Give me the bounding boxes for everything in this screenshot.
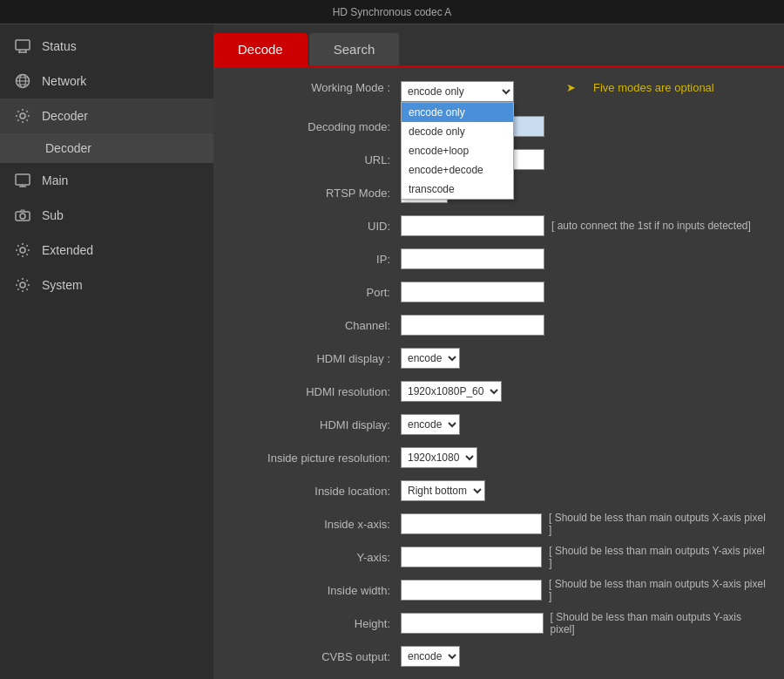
option-encode-only[interactable]: encode only bbox=[402, 103, 513, 122]
tab-bar: Decode Search bbox=[213, 24, 784, 68]
sidebar-item-system[interactable]: System bbox=[0, 268, 213, 302]
hdmi-display2-select[interactable]: encode decode bbox=[401, 414, 460, 435]
sidebar: Status Network Decoder Decoder Main bbox=[0, 24, 213, 679]
sidebar-item-extended[interactable]: Extended bbox=[0, 233, 213, 268]
working-mode-row: Working Mode : encode only decode only e… bbox=[231, 81, 767, 105]
height-row: Height: [ Should be less than main outpu… bbox=[231, 611, 767, 635]
rtsp-mode-label: RTSP Mode: bbox=[231, 187, 401, 200]
hdmi-resolution-row: HDMI resolution: 1920x1080P_60 1920x1080… bbox=[231, 379, 767, 404]
inside-width-hint: [ Should be less than main outputs X-axi… bbox=[549, 578, 767, 602]
title-bar: HD Synchronous codec A bbox=[0, 0, 784, 24]
sidebar-item-sub[interactable]: Sub bbox=[0, 198, 213, 233]
yaxis-row: Y-axis: [ Should be less than main outpu… bbox=[231, 545, 767, 569]
channel-label: Channel: bbox=[231, 319, 401, 332]
working-mode-note: ➤ bbox=[566, 81, 576, 94]
gear-icon bbox=[14, 107, 31, 125]
yaxis-input[interactable] bbox=[401, 547, 542, 567]
inside-xaxis-input[interactable] bbox=[401, 513, 542, 534]
hdmi-display1-label: HDMI display : bbox=[231, 352, 401, 365]
hdmi-resolution-select[interactable]: 1920x1080P_60 1920x1080P_30 1280x720P_60 bbox=[401, 381, 502, 402]
tab-search[interactable]: Search bbox=[309, 33, 400, 65]
sidebar-item-decoder[interactable]: Decoder bbox=[0, 98, 213, 133]
svg-rect-10 bbox=[16, 174, 30, 185]
extended-icon bbox=[14, 241, 31, 259]
inside-width-label: Inside width: bbox=[231, 584, 401, 597]
working-mode-dropdown-container: encode only decode only encode+loop enco… bbox=[401, 81, 514, 102]
port-row: Port: bbox=[231, 280, 767, 304]
hdmi-display2-label: HDMI display: bbox=[231, 418, 401, 431]
content-area: Decode Search Working Mode : encode only… bbox=[213, 24, 784, 679]
working-mode-dropdown: encode only decode only encode+loop enco… bbox=[401, 102, 514, 200]
sidebar-item-main[interactable]: Main bbox=[0, 163, 213, 198]
option-encode-decode[interactable]: encode+decode bbox=[402, 160, 513, 180]
inside-picture-resolution-label: Inside picture resolution: bbox=[231, 452, 401, 465]
port-label: Port: bbox=[231, 286, 401, 299]
yaxis-label: Y-axis: bbox=[231, 551, 401, 564]
option-encode-loop[interactable]: encode+loop bbox=[402, 141, 513, 160]
uid-row: UID: [ auto connect the 1st if no inputs… bbox=[231, 214, 767, 238]
inside-xaxis-label: Inside x-axis: bbox=[231, 518, 401, 531]
svg-point-15 bbox=[20, 248, 25, 253]
working-mode-select[interactable]: encode only decode only encode+loop enco… bbox=[401, 81, 514, 102]
height-label: Height: bbox=[231, 617, 401, 630]
decoding-mode-label: Decoding mode: bbox=[231, 120, 401, 133]
sidebar-decoder-sub-label: Decoder bbox=[45, 141, 91, 155]
uid-hint: [ auto connect the 1st if no inputs dete… bbox=[551, 220, 751, 232]
tv-icon bbox=[14, 172, 31, 189]
inside-width-input[interactable] bbox=[401, 580, 542, 601]
hdmi-display1-row: HDMI display : encode decode bbox=[231, 346, 767, 370]
cvbs-output-select[interactable]: encode decode bbox=[401, 646, 460, 667]
svg-point-16 bbox=[20, 282, 25, 288]
sidebar-item-decoder-sub[interactable]: Decoder bbox=[0, 133, 213, 163]
form-area: Working Mode : encode only decode only e… bbox=[213, 68, 784, 679]
option-transcode[interactable]: transcode bbox=[402, 180, 513, 199]
sidebar-main-label: Main bbox=[42, 173, 68, 187]
inside-picture-resolution-row: Inside picture resolution: 1920x1080 128… bbox=[231, 445, 767, 470]
working-mode-note-text: Five modes are optional bbox=[593, 81, 714, 94]
sidebar-item-network[interactable]: Network bbox=[0, 64, 213, 98]
camera-icon bbox=[14, 207, 31, 224]
uid-label: UID: bbox=[231, 220, 401, 233]
sidebar-extended-label: Extended bbox=[42, 243, 93, 257]
inside-location-row: Inside location: Right bottom Left top R… bbox=[231, 479, 767, 503]
network-icon bbox=[14, 72, 31, 90]
inside-location-label: Inside location: bbox=[231, 485, 401, 498]
height-input[interactable] bbox=[401, 613, 544, 634]
sidebar-network-label: Network bbox=[42, 74, 86, 88]
svg-point-14 bbox=[20, 214, 25, 219]
ip-label: IP: bbox=[231, 253, 401, 266]
inside-xaxis-hint: [ Should be less than main outputs X-axi… bbox=[549, 512, 767, 536]
option-decode-only[interactable]: decode only bbox=[402, 122, 513, 141]
working-mode-label: Working Mode : bbox=[231, 81, 401, 94]
inside-xaxis-row: Inside x-axis: [ Should be less than mai… bbox=[231, 512, 767, 536]
inside-picture-resolution-select[interactable]: 1920x1080 1280x720 bbox=[401, 447, 477, 468]
yaxis-hint: [ Should be less than main outputs Y-axi… bbox=[549, 545, 767, 569]
sidebar-decoder-label: Decoder bbox=[42, 109, 88, 123]
inside-width-row: Inside width: [ Should be less than main… bbox=[231, 578, 767, 602]
uid-input[interactable] bbox=[401, 215, 544, 236]
ip-input[interactable] bbox=[401, 248, 544, 269]
cvbs-output-label: CVBS output: bbox=[231, 650, 401, 663]
channel-input[interactable] bbox=[401, 315, 544, 336]
port-input[interactable] bbox=[401, 282, 544, 302]
inside-location-select[interactable]: Right bottom Left top Right top Left bot… bbox=[401, 480, 485, 501]
title-text: HD Synchronous codec A bbox=[333, 6, 452, 18]
height-hint: [ Should be less than main outputs Y-axi… bbox=[551, 611, 767, 635]
hdmi-resolution-label: HDMI resolution: bbox=[231, 385, 401, 398]
sidebar-item-status[interactable]: Status bbox=[0, 29, 213, 64]
url-label: URL: bbox=[231, 153, 401, 166]
ip-row: IP: bbox=[231, 247, 767, 271]
hdmi-display2-row: HDMI display: encode decode bbox=[231, 412, 767, 437]
channel-row: Channel: bbox=[231, 313, 767, 337]
hdmi-display1-select[interactable]: encode decode bbox=[401, 348, 460, 369]
system-icon bbox=[14, 276, 31, 294]
svg-rect-0 bbox=[16, 40, 30, 50]
tab-decode[interactable]: Decode bbox=[213, 33, 308, 65]
monitor-icon bbox=[14, 37, 31, 55]
sidebar-system-label: System bbox=[42, 278, 83, 292]
sidebar-status-label: Status bbox=[42, 39, 77, 53]
sidebar-sub-label: Sub bbox=[42, 208, 64, 222]
cvbs-output-row: CVBS output: encode decode bbox=[231, 644, 767, 669]
svg-point-9 bbox=[20, 113, 25, 119]
